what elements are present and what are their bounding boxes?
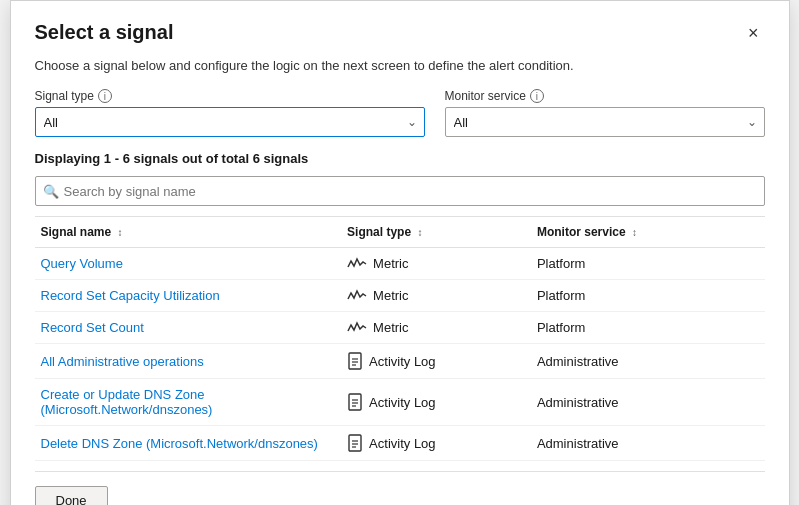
svg-rect-0 [349,353,361,369]
signal-name-link[interactable]: All Administrative operations [41,354,204,369]
signal-type-sort-icon: ↕ [417,227,422,238]
signal-type-filter-group: Signal type i All Metric Activity Log ⌄ [35,89,425,137]
monitor-service-sort-icon: ↕ [632,227,637,238]
signals-table-container: Signal name ↕ Signal type ↕ Monitor serv… [35,216,765,461]
activity-log-icon [347,393,363,411]
signal-type-select-wrapper: All Metric Activity Log ⌄ [35,107,425,137]
dialog-title: Select a signal [35,21,174,44]
signal-type-label: Signal type i [35,89,425,103]
table-header-row: Signal name ↕ Signal type ↕ Monitor serv… [35,217,765,248]
monitor-service-label: Monitor service i [445,89,765,103]
svg-rect-4 [349,394,361,410]
metric-icon [347,257,367,271]
signal-name-link[interactable]: Record Set Capacity Utilization [41,288,220,303]
monitor-service-select-wrapper: All Platform Administrative ⌄ [445,107,765,137]
dialog-description: Choose a signal below and configure the … [35,58,765,73]
metric-icon [347,321,367,335]
display-count: Displaying 1 - 6 signals out of total 6 … [35,151,765,166]
signal-type-select[interactable]: All Metric Activity Log [35,107,425,137]
close-button[interactable]: × [742,22,765,44]
table-row: Record Set CountMetricPlatform [35,312,765,344]
activity-log-icon [347,434,363,452]
table-row: All Administrative operationsActivity Lo… [35,344,765,379]
col-header-signal-name[interactable]: Signal name ↕ [35,217,342,248]
signal-name-link[interactable]: Record Set Count [41,320,144,335]
signals-table: Signal name ↕ Signal type ↕ Monitor serv… [35,217,765,461]
col-header-monitor-service[interactable]: Monitor service ↕ [531,217,765,248]
search-input[interactable] [35,176,765,206]
table-row: Create or Update DNS Zone (Microsoft.Net… [35,379,765,426]
col-header-signal-type[interactable]: Signal type ↕ [341,217,531,248]
signal-name-sort-icon: ↕ [118,227,123,238]
table-row: Delete DNS Zone (Microsoft.Network/dnszo… [35,426,765,461]
search-wrapper: 🔍 [35,176,765,206]
monitor-service-filter-group: Monitor service i All Platform Administr… [445,89,765,137]
signal-name-link[interactable]: Query Volume [41,256,123,271]
signal-name-link[interactable]: Delete DNS Zone (Microsoft.Network/dnszo… [41,436,318,451]
monitor-service-select[interactable]: All Platform Administrative [445,107,765,137]
done-button[interactable]: Done [35,486,108,505]
signal-name-link[interactable]: Create or Update DNS Zone (Microsoft.Net… [41,387,213,417]
metric-icon [347,289,367,303]
table-row: Record Set Capacity UtilizationMetricPla… [35,280,765,312]
activity-log-icon [347,352,363,370]
search-icon: 🔍 [43,184,59,199]
table-row: Query VolumeMetricPlatform [35,248,765,280]
select-signal-dialog: Select a signal × Choose a signal below … [10,0,790,505]
filters-row: Signal type i All Metric Activity Log ⌄ … [35,89,765,137]
signal-type-info-icon[interactable]: i [98,89,112,103]
dialog-footer: Done [35,471,765,505]
svg-rect-8 [349,435,361,451]
dialog-header: Select a signal × [35,21,765,44]
monitor-service-info-icon[interactable]: i [530,89,544,103]
